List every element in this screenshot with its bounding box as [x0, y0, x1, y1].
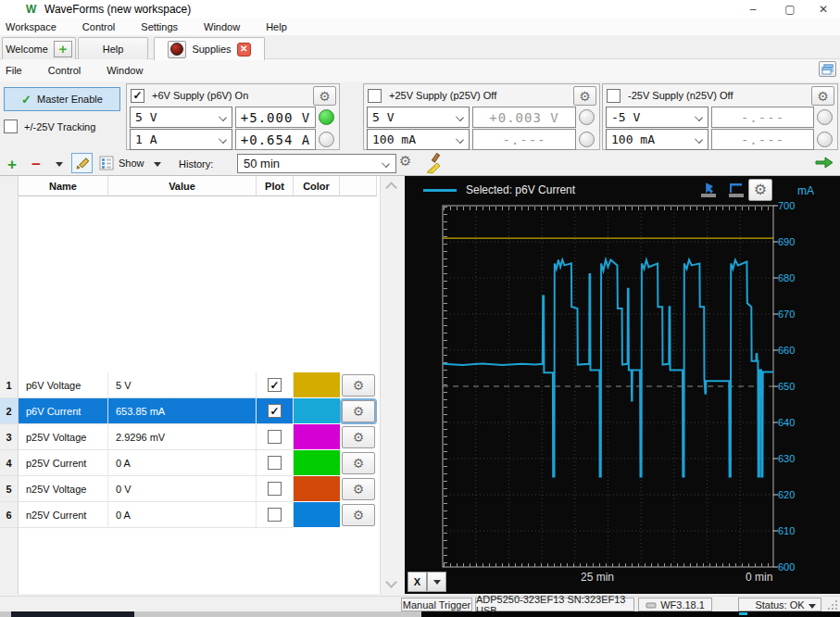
tracking-checkbox[interactable]: [4, 120, 18, 133]
version-button[interactable]: WF3.18.1: [638, 598, 712, 611]
table-row[interactable]: 6n25V Current0 A⚙: [0, 502, 377, 528]
trigger-arrow-button[interactable]: [815, 157, 834, 170]
channel-settings-button[interactable]: ⚙: [342, 426, 375, 448]
column-header-name[interactable]: Name: [19, 176, 108, 196]
tab-supplies[interactable]: Supplies ✕: [154, 37, 265, 60]
channel-value-cell[interactable]: 0 A: [108, 502, 257, 528]
scroll-up-icon[interactable]: [385, 182, 397, 194]
clear-button[interactable]: [424, 153, 443, 176]
plot-canvas[interactable]: [405, 176, 840, 594]
supply-enable-checkbox[interactable]: [607, 89, 621, 103]
docking-button[interactable]: [819, 61, 836, 77]
channel-value-cell[interactable]: 0 V: [108, 476, 257, 502]
menu-item-settings[interactable]: Settings: [135, 19, 191, 34]
device-button[interactable]: ADP5250-323EF13 SN:323EF13 USB: [475, 598, 634, 611]
plot-options-button[interactable]: ⚙: [399, 154, 421, 173]
add-instrument-icon[interactable]: +: [54, 41, 72, 57]
plot-close-button[interactable]: X: [407, 572, 427, 592]
supply-current-select[interactable]: 1 A: [130, 129, 232, 150]
chevron-down-icon[interactable]: [56, 162, 63, 167]
tab-help[interactable]: Help: [78, 37, 148, 59]
table-row[interactable]: 2p6V Current653.85 mA✓⚙: [0, 398, 377, 424]
channel-color-swatch[interactable]: [294, 450, 340, 476]
column-header-value[interactable]: Value: [108, 176, 257, 196]
channel-value-cell[interactable]: 5 V: [108, 372, 257, 398]
record-button[interactable]: [168, 41, 186, 58]
table-row[interactable]: 1p6V Voltage5 V✓⚙: [0, 372, 377, 398]
tab-help-label: Help: [103, 44, 124, 55]
menu-item-window[interactable]: Window: [198, 19, 253, 34]
show-chevron-icon[interactable]: [154, 162, 161, 167]
channel-color-swatch[interactable]: [294, 398, 340, 424]
channel-settings-button[interactable]: ⚙: [342, 478, 375, 500]
maximize-button[interactable]: ▢: [773, 0, 807, 19]
channel-value-cell[interactable]: 2.9296 mV: [108, 424, 257, 450]
table-row[interactable]: 3p25V Voltage2.9296 mV⚙: [0, 424, 377, 450]
channel-settings-button[interactable]: ⚙: [342, 400, 375, 422]
tab-close-icon[interactable]: ✕: [237, 43, 251, 57]
plot-checkbox[interactable]: [268, 482, 282, 496]
resize-grip[interactable]: [828, 599, 838, 610]
plot-checkbox[interactable]: [268, 456, 282, 470]
channel-color-swatch[interactable]: [294, 424, 340, 450]
supply-current-led: [817, 132, 833, 147]
supply-enable-checkbox[interactable]: [368, 89, 382, 103]
tab-bar: Welcome + Help Supplies ✕ ⚙: [0, 35, 840, 59]
table-row[interactable]: 5n25V Voltage0 V⚙: [0, 476, 377, 502]
remove-channel-icon[interactable]: −: [31, 157, 41, 172]
channel-name-cell[interactable]: p6V Current: [19, 398, 108, 424]
channel-name-cell[interactable]: p25V Voltage: [19, 424, 108, 450]
master-enable-button[interactable]: ✓ Master Enable: [4, 87, 120, 111]
supply-voltage-select[interactable]: 5 V: [130, 107, 232, 128]
table-scrollbar[interactable]: [380, 176, 402, 594]
instrument-menu-item-file[interactable]: File: [0, 63, 35, 78]
close-button[interactable]: ✕: [807, 0, 840, 19]
supply-settings-button[interactable]: ⚙: [573, 86, 596, 106]
cascade-small-icon: [821, 64, 834, 75]
tab-welcome[interactable]: Welcome +: [2, 37, 76, 59]
channel-settings-button[interactable]: ⚙: [342, 452, 375, 474]
channel-value-cell[interactable]: 0 A: [108, 450, 257, 476]
channel-color-swatch[interactable]: [294, 372, 340, 398]
channel-name-cell[interactable]: p6V Voltage: [19, 372, 108, 398]
channel-settings-button[interactable]: ⚙: [342, 504, 375, 526]
channel-name-cell[interactable]: n25V Voltage: [19, 476, 108, 502]
table-row[interactable]: 4p25V Current0 A⚙: [0, 450, 377, 476]
chevron-down-icon: [382, 159, 390, 168]
trigger-button[interactable]: Manual Trigger: [401, 598, 472, 611]
show-button[interactable]: Show: [96, 153, 150, 173]
supply-voltage-select[interactable]: 5 V: [367, 107, 470, 128]
channel-settings-button[interactable]: ⚙: [342, 374, 375, 397]
plot-checkbox[interactable]: [268, 508, 282, 522]
edit-button[interactable]: [71, 153, 93, 173]
supply-current-select[interactable]: 100 mA: [367, 129, 470, 150]
channel-color-swatch[interactable]: [294, 476, 340, 502]
add-channel-icon[interactable]: +: [7, 157, 17, 172]
channel-name-cell[interactable]: n25V Current: [19, 502, 108, 528]
supply-settings-button[interactable]: ⚙: [313, 86, 336, 106]
instrument-menu-item-control[interactable]: Control: [43, 63, 94, 78]
minimize-button[interactable]: –: [736, 0, 770, 19]
supply-voltage-select[interactable]: -5 V: [606, 107, 708, 128]
plot-pane[interactable]: Selected: p6V Current ⚙ mA 7006906806706…: [405, 176, 840, 594]
channel-value-cell[interactable]: 653.85 mA: [108, 398, 257, 424]
instrument-menu-item-window[interactable]: Window: [101, 63, 156, 78]
supply-voltage-led: [319, 109, 334, 125]
plot-checkbox[interactable]: [268, 430, 282, 444]
menu-item-control[interactable]: Control: [77, 19, 128, 34]
channel-color-swatch[interactable]: [294, 502, 340, 528]
plot-checkbox[interactable]: ✓: [268, 378, 282, 392]
supply-current-select[interactable]: 100 mA: [606, 129, 708, 150]
scroll-down-icon[interactable]: [385, 576, 397, 588]
supply-settings-button[interactable]: ⚙: [811, 86, 834, 106]
channel-name-cell[interactable]: p25V Current: [19, 450, 108, 476]
column-header-color[interactable]: Color: [294, 176, 340, 196]
history-select[interactable]: 50 min: [237, 154, 396, 173]
menu-item-help[interactable]: Help: [260, 19, 300, 34]
plot-close-chevron[interactable]: [427, 572, 446, 592]
plot-checkbox[interactable]: ✓: [268, 404, 282, 418]
supply-enable-checkbox[interactable]: ✓: [131, 89, 144, 103]
status-select[interactable]: Status: OK: [738, 598, 821, 611]
menu-item-workspace[interactable]: Workspace: [0, 19, 69, 34]
column-header-plot[interactable]: Plot: [257, 176, 294, 196]
